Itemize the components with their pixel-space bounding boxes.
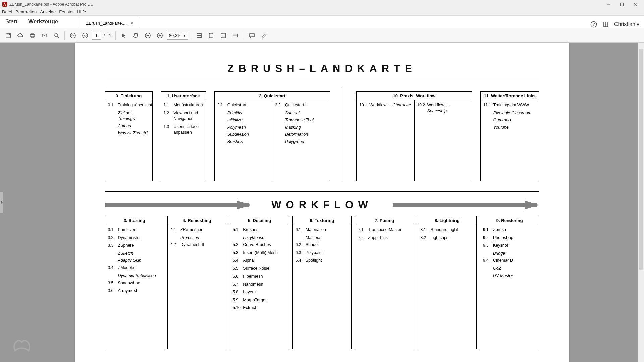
box-header: 6. Texturing <box>293 216 351 225</box>
svg-point-17 <box>70 33 75 38</box>
nav-tools[interactable]: Werkzeuge <box>23 15 63 28</box>
box-b3: 3. Starting3.1Primitives3.2Dynamesh I3.3… <box>105 216 164 349</box>
svg-text:?: ? <box>593 22 595 27</box>
zoom-value: 80,3% <box>169 33 181 38</box>
workflow-row: 3. Starting3.1Primitives3.2Dynamesh I3.3… <box>105 216 539 349</box>
svg-rect-10 <box>7 33 9 35</box>
svg-rect-12 <box>30 35 34 37</box>
document-title: ZBRUSH–LANDKARTE <box>105 63 539 79</box>
menu-bearbeiten[interactable]: Bearbeiten <box>15 9 37 14</box>
highlight-icon[interactable] <box>259 30 269 41</box>
toolbar-separator <box>244 31 244 40</box>
close-button[interactable] <box>629 0 642 8</box>
document-viewport: ZBRUSH–LANDKARTE 0. Einleitung 0.1Traini… <box>0 43 644 362</box>
box-header: 7. Posing <box>355 216 414 225</box>
box-links: 11. Weiterführende Links 11.1Trainings i… <box>480 91 539 181</box>
toolbar-separator <box>191 31 191 40</box>
sidebar-expand-handle[interactable] <box>0 192 3 213</box>
menu-anzeige[interactable]: Anzeige <box>40 9 56 14</box>
box-b6: 6. Texturing6.1MaterialienMatcaps6.2Shad… <box>292 216 352 349</box>
box-userinterface: 1. Userinterface 1.1Menüstrukturen 1.2Vi… <box>161 91 206 181</box>
fit-width-icon[interactable] <box>194 30 205 41</box>
box-header: 4. Remeshing <box>168 216 226 225</box>
document-tab[interactable]: ZBrush_Landkarte.... ✕ <box>80 18 138 28</box>
comment-icon[interactable] <box>247 30 257 41</box>
notification-icon[interactable] <box>602 21 609 28</box>
workflow-title: WORKFLOW <box>271 199 372 211</box>
svg-rect-2 <box>621 3 624 6</box>
svg-marker-19 <box>122 33 125 38</box>
print-icon[interactable] <box>27 30 38 41</box>
cloud-icon[interactable] <box>15 30 25 41</box>
box-header: 10. Praxis -Workflow <box>357 92 472 100</box>
chevron-down-icon: ▾ <box>637 21 639 28</box>
section-divider <box>105 191 539 192</box>
toolbar: / 1 80,3%▾ <box>0 28 644 43</box>
box-b9: 9. Rendering9.1Zbrush9.2Photoshop9.3Keys… <box>480 216 539 349</box>
svg-rect-29 <box>233 34 237 37</box>
box-header: 3. Starting <box>105 216 164 225</box>
box-header: 5. Detailing <box>230 216 288 225</box>
page-down-icon[interactable] <box>79 30 90 41</box>
zoom-select[interactable]: 80,3%▾ <box>167 32 188 40</box>
box-einleitung: 0. Einleitung 0.1Trainingsübersicht Ziel… <box>105 91 153 181</box>
box-header: 1. Userinterface <box>161 92 206 100</box>
menu-fenster[interactable]: Fenster <box>59 9 74 14</box>
window-title: ZBrush_Landkarte.pdf - Adobe Acrobat Pro… <box>9 2 93 7</box>
help-icon[interactable]: ? <box>590 21 597 28</box>
arrow-right-icon <box>393 203 539 207</box>
box-b4: 4. Remeshing4.1ZRemesherProjection4.2Dyn… <box>167 216 226 349</box>
box-header: 2. Quickstart <box>215 92 330 100</box>
pdf-page: ZBRUSH–LANDKARTE 0. Einleitung 0.1Traini… <box>75 43 569 362</box>
read-mode-icon[interactable] <box>230 30 241 41</box>
minimize-button[interactable] <box>602 0 615 8</box>
zoom-in-icon[interactable] <box>155 30 165 41</box>
page-number-input[interactable] <box>92 32 101 40</box>
maximize-button[interactable] <box>615 0 629 8</box>
scrollbar-vertical[interactable] <box>638 43 644 362</box>
svg-line-16 <box>57 36 59 38</box>
fit-visible-icon[interactable] <box>218 30 229 41</box>
box-quickstart: 2. Quickstart 2.1Quickstart I Primitive … <box>214 91 330 181</box>
vertical-divider <box>343 86 343 181</box>
workflow-header: WORKFLOW <box>105 199 539 211</box>
box-b5: 5. Detailing5.1BrushesLazyMouse5.2Curve-… <box>230 216 289 349</box>
box-praxis: 10. Praxis -Workflow 10.1Workflow I - Ch… <box>356 91 472 181</box>
title-bar: ZBrush_Landkarte.pdf - Adobe Acrobat Pro… <box>0 0 644 8</box>
box-b8: 8. Lightning8.1Standard Light8.2Lightcap… <box>418 216 477 349</box>
watermark-icon <box>10 334 34 355</box>
page-up-icon[interactable] <box>67 30 78 41</box>
box-b7: 7. Posing7.1Transpose Master7.2Zapp -Lin… <box>355 216 414 349</box>
save-icon[interactable] <box>3 30 13 41</box>
chevron-down-icon: ▾ <box>183 33 186 38</box>
user-menu[interactable]: Christian▾ <box>614 21 639 28</box>
toolbar-separator <box>64 31 65 40</box>
box-header: 0. Einleitung <box>105 92 152 100</box>
app-icon <box>2 2 7 7</box>
scrollbar-thumb[interactable] <box>639 49 643 270</box>
document-tab-label: ZBrush_Landkarte.... <box>86 21 126 26</box>
box-header: 11. Weiterführende Links <box>481 92 539 100</box>
box-header: 9. Rendering <box>480 216 539 225</box>
arrow-left-icon <box>105 203 252 207</box>
user-name: Christian <box>614 21 635 27</box>
svg-point-18 <box>82 33 87 38</box>
pointer-icon[interactable] <box>118 30 129 41</box>
zoom-out-icon[interactable] <box>143 30 153 41</box>
tab-strip: Start Werkzeuge ZBrush_Landkarte.... ✕ ?… <box>0 16 644 28</box>
toolbar-separator <box>115 31 116 40</box>
menu-hilfe[interactable]: Hilfe <box>77 9 86 14</box>
tab-close-icon[interactable]: ✕ <box>130 21 134 26</box>
hand-icon[interactable] <box>130 30 141 41</box>
svg-point-15 <box>54 34 58 37</box>
page-total: 1 <box>108 33 113 38</box>
svg-rect-9 <box>6 33 10 38</box>
menu-bar: Datei Bearbeiten Anzeige Fenster Hilfe <box>0 8 644 16</box>
page-separator: / <box>102 33 106 38</box>
menu-datei[interactable]: Datei <box>2 9 12 14</box>
fit-page-icon[interactable] <box>206 30 217 41</box>
email-icon[interactable] <box>39 30 50 41</box>
search-icon[interactable] <box>51 30 62 41</box>
nav-start[interactable]: Start <box>0 15 23 28</box>
box-header: 8. Lightning <box>418 216 476 225</box>
